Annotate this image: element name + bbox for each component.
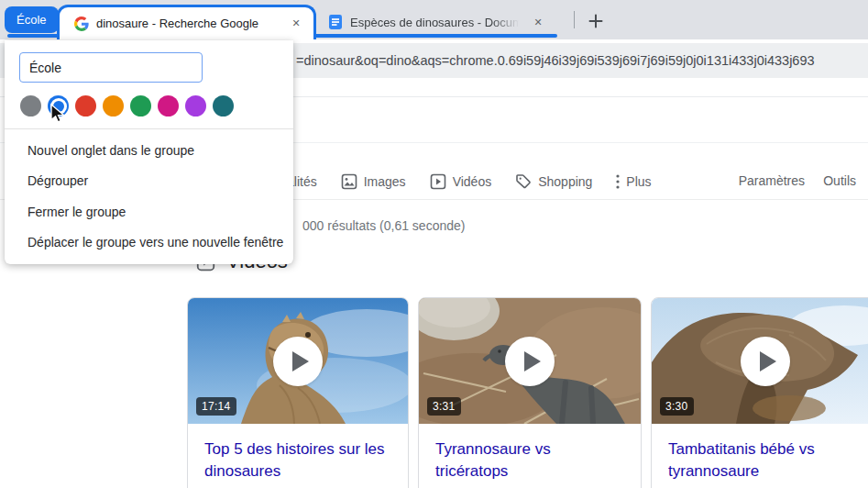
video-duration-badge: 3:31 <box>427 397 461 416</box>
tab-group-chip[interactable]: École <box>5 6 59 33</box>
tab-strip-divider <box>574 11 575 28</box>
group-color-swatches <box>20 95 234 116</box>
tab-close-icon[interactable]: ✕ <box>530 14 546 30</box>
tab-group-chip-label: École <box>16 13 47 27</box>
tab-docs[interactable]: Espèces de dinosaures - Docume ✕ <box>321 5 552 39</box>
color-swatch-cyan[interactable] <box>213 95 234 116</box>
results-stats: 000 résultats (0,61 seconde) <box>302 218 465 233</box>
video-play-icon <box>430 173 446 190</box>
video-cards-row: 17:14 Top 5 des histoires sur les dinosa… <box>187 297 868 488</box>
play-button-icon[interactable] <box>273 337 323 386</box>
play-button-icon[interactable] <box>741 337 790 386</box>
image-icon <box>341 173 357 190</box>
menu-item-ungroup[interactable]: Dégrouper <box>5 166 293 197</box>
nav-item-shopping[interactable]: Shopping <box>515 173 592 190</box>
menu-item-new-tab-in-group[interactable]: Nouvel onglet dans le groupe <box>5 135 293 166</box>
nav-item-plus[interactable]: Plus <box>616 174 651 189</box>
color-swatch-orange[interactable] <box>103 95 124 116</box>
tab-google-search[interactable]: dinosaure - Recherche Google ✕ <box>57 5 316 41</box>
omnibox-url-text: =dinosaur&oq=dino&aqs=chrome.0.69i59j46i… <box>296 53 815 68</box>
video-title-link[interactable]: Tyrannosaure vs tricératops <box>435 438 624 482</box>
color-swatch-purple[interactable] <box>185 95 206 116</box>
video-title-link[interactable]: Top 5 des histoires sur les dinosaures <box>204 438 391 482</box>
video-thumbnail-dinosaur-sky[interactable]: 17:14 <box>188 298 408 424</box>
color-swatch-grey[interactable] <box>20 95 41 116</box>
google-docs-icon <box>328 15 343 29</box>
menu-separator <box>5 128 293 129</box>
color-swatch-blue-selected[interactable] <box>48 95 69 116</box>
tab-close-icon[interactable]: ✕ <box>288 16 304 32</box>
menu-items: Nouvel onglet dans le groupe Dégrouper F… <box>5 135 293 258</box>
color-swatch-red[interactable] <box>75 95 96 116</box>
nav-item-label: Images <box>364 174 406 189</box>
new-tab-button[interactable] <box>583 8 609 34</box>
nav-item-label: Shopping <box>538 174 592 189</box>
video-thumbnail-big-dino[interactable]: 3:30 <box>652 298 868 424</box>
menu-item-move-group-new-window[interactable]: Déplacer le groupe vers une nouvelle fen… <box>5 227 293 259</box>
tab-group-menu: Nouvel onglet dans le groupe Dégrouper F… <box>5 40 293 264</box>
group-name-input[interactable] <box>19 52 203 83</box>
google-g-icon <box>74 17 89 31</box>
nav-item-label: Vidéos <box>453 174 492 189</box>
plus-icon <box>587 12 605 30</box>
play-button-icon[interactable] <box>505 337 555 386</box>
nav-item-parametres[interactable]: Paramètres <box>739 173 805 188</box>
video-duration-badge: 17:14 <box>196 397 236 416</box>
browser-window: École dinosaure - Recherche Google ✕ <box>0 0 868 488</box>
video-title-link[interactable]: Tambatitanis bébé vs tyrannosaure <box>668 438 863 482</box>
color-swatch-green[interactable] <box>130 95 151 116</box>
more-vertical-icon <box>616 174 620 189</box>
nav-item-label: Plus <box>626 174 651 189</box>
menu-item-close-group[interactable]: Fermer le groupe <box>5 196 293 227</box>
video-card[interactable]: 3:31 Tyrannosaure vs tricératops <box>418 297 642 488</box>
video-thumbnail-baby-dino[interactable]: 3:31 <box>419 298 641 424</box>
tag-icon <box>515 173 532 190</box>
tab-title: Espèces de dinosaures - Docume <box>350 16 522 29</box>
tab-title: dinosaure - Recherche Google <box>96 17 280 30</box>
color-swatch-pink[interactable] <box>158 95 179 116</box>
video-duration-badge: 3:30 <box>660 397 694 416</box>
serp-nav: Actualités Images Vidéos Shopping Plus <box>261 169 652 194</box>
nav-item-videos[interactable]: Vidéos <box>430 173 492 190</box>
nav-item-images[interactable]: Images <box>341 173 406 190</box>
nav-item-outils[interactable]: Outils <box>823 173 856 188</box>
video-card[interactable]: 17:14 Top 5 des histoires sur les dinosa… <box>187 297 409 488</box>
video-card[interactable]: 3:30 Tambatitanis bébé vs tyrannosaure <box>651 297 868 488</box>
tab-strip: École dinosaure - Recherche Google ✕ <box>0 0 868 39</box>
